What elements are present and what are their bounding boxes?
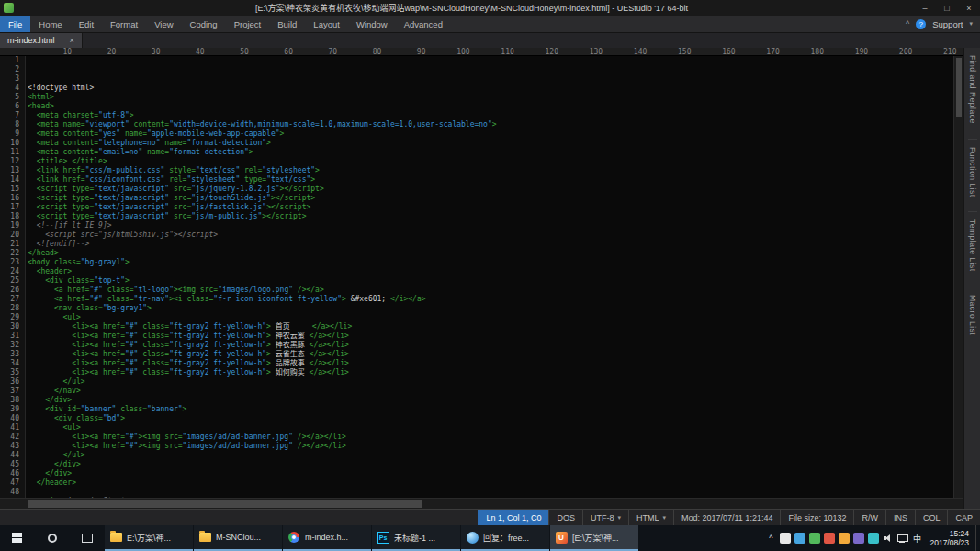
code-line[interactable]: <li><a href="#"><img src="images/ad/ad-b…: [28, 442, 953, 451]
side-tab-macro-list[interactable]: Macro List: [968, 287, 977, 335]
menu-item-build[interactable]: Build: [269, 16, 305, 32]
status-syntax-mode[interactable]: HTML▾: [628, 510, 673, 525]
hidden-icons-chevron[interactable]: ^: [765, 533, 776, 544]
code-line[interactable]: <div class="bd">: [28, 414, 953, 423]
help-icon[interactable]: ?: [916, 19, 926, 29]
code-line[interactable]: </ul>: [28, 451, 953, 460]
menu-item-home[interactable]: Home: [30, 16, 70, 32]
menu-item-advanced[interactable]: Advanced: [396, 16, 451, 32]
taskbar-app-chrome[interactable]: m-index.h...: [283, 525, 371, 551]
input-method-zh[interactable]: 中: [911, 533, 922, 544]
code-line[interactable]: <title> </title>: [28, 157, 953, 166]
taskbar-task-view-button[interactable]: [70, 525, 105, 551]
code-line[interactable]: <div id="banner" class="banner">: [28, 405, 953, 414]
code-line[interactable]: <li><a href="#" class="ft-gray2 ft-yello…: [28, 368, 953, 377]
code-line[interactable]: <script type="text/javascript" src="js/j…: [28, 185, 953, 194]
tray-app-3[interactable]: [809, 533, 820, 544]
window-maximize-button[interactable]: □: [936, 0, 958, 16]
support-menu[interactable]: Support: [932, 19, 963, 29]
tray-app-1[interactable]: [780, 533, 791, 544]
code-line[interactable]: <html>: [28, 93, 953, 102]
code-line[interactable]: </div>: [28, 396, 953, 405]
taskbar-start-button[interactable]: [0, 525, 35, 551]
tab-m-index-html[interactable]: m-index.html ×: [0, 33, 83, 48]
code-line[interactable]: <body class="bg-gray1">: [28, 258, 953, 267]
code-line[interactable]: <a href="#" class="tl-logo"><img src="im…: [28, 286, 953, 295]
window-minimize-button[interactable]: –: [914, 0, 936, 16]
code-line[interactable]: <![endif]-->: [28, 240, 953, 249]
tray-app-7[interactable]: [868, 533, 879, 544]
code-line[interactable]: <li><a href="#" class="ft-gray2 ft-yello…: [28, 322, 953, 332]
code-line[interactable]: <!doctype html>: [28, 84, 953, 93]
horizontal-scrollbar-thumb[interactable]: [28, 500, 422, 508]
code-line[interactable]: <script type="text/javascript" src="js/f…: [28, 203, 953, 212]
menu-item-view[interactable]: View: [146, 16, 181, 32]
code-line[interactable]: <ul>: [28, 313, 953, 322]
code-line[interactable]: <li><a href="#"><img src="images/ad/ad-b…: [28, 433, 953, 442]
side-tab-template-list[interactable]: Template List: [968, 211, 977, 272]
code-line[interactable]: <meta content="email=no" name="format-de…: [28, 148, 953, 157]
code-line[interactable]: <meta content="telephone=no" name="forma…: [28, 139, 953, 148]
tray-app-6[interactable]: [853, 533, 864, 544]
code-line[interactable]: </ul>: [28, 377, 953, 387]
code-line[interactable]: </div>: [28, 460, 953, 469]
tray-app-5[interactable]: [839, 533, 850, 544]
code-line[interactable]: <meta name="viewport" content="width=dev…: [28, 120, 953, 129]
code-line[interactable]: </div>: [28, 469, 953, 478]
taskbar-app-folder-window[interactable]: M-SNClou...: [194, 525, 282, 551]
side-tab-find-and-replace[interactable]: Find and Replace: [968, 55, 977, 124]
tray-app-2[interactable]: [794, 533, 805, 544]
volume-icon[interactable]: [883, 534, 893, 544]
menu-item-file[interactable]: File: [0, 16, 30, 32]
window-close-button[interactable]: ×: [958, 0, 980, 16]
status-file-size[interactable]: File size: 10132: [780, 510, 853, 525]
tab-close-icon[interactable]: ×: [70, 36, 74, 45]
show-desktop-button[interactable]: [975, 525, 980, 551]
menu-item-layout[interactable]: Layout: [305, 16, 348, 32]
side-tab-function-list[interactable]: Function List: [968, 139, 977, 197]
vertical-scrollbar-thumb[interactable]: [956, 58, 962, 117]
code-line[interactable]: <li><a href="#" class="ft-gray2 ft-yello…: [28, 350, 953, 359]
tray-app-4[interactable]: [824, 533, 835, 544]
code-line[interactable]: <ul>: [28, 423, 953, 433]
vertical-scrollbar[interactable]: [953, 56, 963, 498]
code-line[interactable]: <meta charset="utf-8">: [28, 111, 953, 120]
menu-item-format[interactable]: Format: [102, 16, 146, 32]
line-number-gutter[interactable]: 1234567891011121314151617181920212223242…: [0, 56, 26, 498]
menu-item-window[interactable]: Window: [348, 16, 396, 32]
code-line[interactable]: <a href="#" class="tr-nav"><i class="f-r…: [28, 295, 953, 304]
taskbar-app-photoshop[interactable]: Ps未标题-1 ...: [372, 525, 460, 551]
taskbar-clock[interactable]: 15:24 2017/08/23: [927, 525, 975, 551]
code-line[interactable]: <!--[if lt IE 9]>: [28, 221, 953, 231]
code-line[interactable]: <link href="css/iconfont.css" rel="style…: [28, 175, 953, 185]
menu-item-project[interactable]: Project: [226, 16, 270, 32]
code-line[interactable]: <li><a href="#" class="ft-gray2 ft-yello…: [28, 359, 953, 368]
code-line[interactable]: </head>: [28, 249, 953, 258]
taskbar-app-mail-reply[interactable]: 回复：free...: [461, 525, 549, 551]
code-line[interactable]: <nav class="bg-gray1">: [28, 304, 953, 313]
code-line[interactable]: <meta content="yes" name="apple-mobile-w…: [28, 129, 953, 139]
code-line[interactable]: <head>: [28, 102, 953, 111]
network-icon[interactable]: [896, 534, 907, 544]
code-line[interactable]: </nav>: [28, 387, 953, 396]
code-line[interactable]: <link href="css/m-public.css" style="tex…: [28, 166, 953, 175]
code-line[interactable]: </header>: [28, 478, 953, 488]
status-column-mode[interactable]: COL: [915, 510, 948, 525]
taskbar-app-file-explorer[interactable]: E:\方案\神...: [105, 525, 193, 551]
status-cursor-position[interactable]: Ln 1, Col 1, C0: [478, 510, 548, 525]
taskbar-app-uestudio[interactable]: U[E:\方案\神...: [550, 525, 638, 551]
status-modified-time[interactable]: Mod: 2017/07/11 1:21:44: [673, 510, 780, 525]
code-line[interactable]: [28, 488, 953, 497]
code-area[interactable]: <!doctype html><html><head> <meta charse…: [26, 56, 953, 498]
code-line[interactable]: <script type="text/javascript" src="js/m…: [28, 212, 953, 221]
code-line[interactable]: <div class="top-t">: [28, 276, 953, 286]
code-line[interactable]: <script src="js/html5shiv.js"></script>: [28, 231, 953, 240]
status-insert-mode[interactable]: INS: [885, 510, 915, 525]
status-encoding[interactable]: UTF-8▾: [582, 510, 628, 525]
horizontal-scrollbar[interactable]: [0, 498, 963, 509]
code-line[interactable]: <li><a href="#" class="ft-gray2 ft-yello…: [28, 341, 953, 350]
code-line[interactable]: <script type="text/javascript" src="js/t…: [28, 194, 953, 203]
status-caps-lock[interactable]: CAP: [947, 510, 980, 525]
taskbar-search-button[interactable]: [35, 525, 70, 551]
status-read-write[interactable]: R/W: [853, 510, 885, 525]
